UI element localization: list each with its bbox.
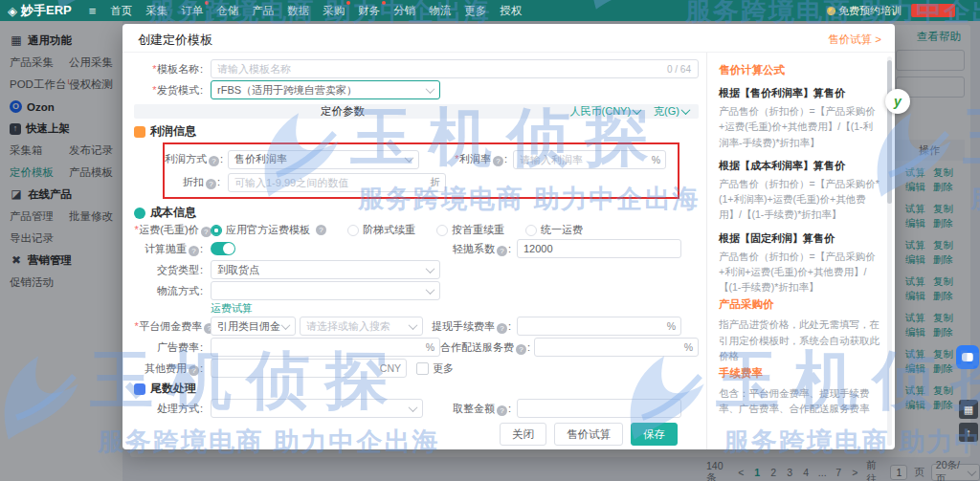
help-content: 售价计算公式根据【售价利润率】算售价产品售价（折扣价）=【产品采购价+运费(毛重… bbox=[719, 63, 880, 417]
logistics-label: 物流方式 bbox=[134, 284, 203, 298]
discount-input[interactable] bbox=[228, 173, 446, 192]
nav-item-3[interactable]: 订单 bbox=[181, 4, 203, 18]
tail-section-icon bbox=[134, 383, 145, 395]
info-icon: ? bbox=[209, 156, 219, 166]
chevron-down-icon bbox=[681, 105, 691, 115]
tail-mode-label: 处理方式 bbox=[134, 402, 203, 416]
profit-mode-label: 利润方式? bbox=[165, 152, 220, 166]
nav-item-4[interactable]: 仓储 bbox=[216, 4, 238, 18]
chevron-down-icon bbox=[426, 264, 435, 273]
info-icon: ? bbox=[516, 344, 526, 355]
scrollbar-thumb[interactable] bbox=[887, 60, 892, 204]
nav-item-6[interactable]: 数据 bbox=[287, 4, 309, 18]
delivery-type-select[interactable]: 到取货点 bbox=[211, 260, 440, 279]
profit-mode-select[interactable]: 售价利润率 bbox=[228, 150, 419, 169]
help-formula-title: 根据【成本利润率】算售价 bbox=[719, 159, 880, 173]
radio-icon bbox=[525, 225, 537, 236]
nav-item-2[interactable]: 采集 bbox=[145, 4, 167, 18]
delivery-type-row: 交货类型 到取货点 bbox=[134, 260, 699, 279]
nav-menu: 首页采集订单仓储产品数据采购财务分销物流更多授权 bbox=[103, 4, 528, 18]
help-section-body: 产品售价（折扣价）=【产品采购价+利润+运费(毛重)价+其他费用】/【(1-手续… bbox=[719, 249, 880, 295]
more-label: 更多 bbox=[433, 361, 454, 376]
brand-logo-icon: ◈ bbox=[8, 4, 17, 18]
tail-section-header: 尾数处理 bbox=[134, 381, 699, 397]
more-checkbox[interactable] bbox=[416, 362, 429, 375]
help-formula-title: 根据【售价利润率】算售价 bbox=[719, 86, 880, 100]
ad-rate-input[interactable] bbox=[211, 338, 440, 357]
chevron-down-icon bbox=[426, 285, 435, 295]
profit-rate-input[interactable] bbox=[513, 150, 666, 169]
freight-row: *运费(毛重)价? 应用官方运费模板?阶梯式续重按首重续重统一运费 bbox=[134, 223, 699, 237]
currency-select[interactable]: 人民币(CNY) bbox=[570, 104, 641, 119]
cost-section-header: 成本信息 bbox=[134, 205, 699, 221]
ship-mode-row: *发货模式 rFBS（适用于跨境自营卖家） bbox=[134, 80, 699, 99]
freight-trial-link[interactable]: 运费试算 bbox=[211, 301, 699, 316]
freight-radio-group: 应用官方运费模板?阶梯式续重按首重续重统一运费 bbox=[211, 223, 604, 237]
other-fee-input[interactable] bbox=[211, 359, 407, 378]
tail-mode-select[interactable] bbox=[211, 399, 423, 418]
throw-weight-toggle[interactable] bbox=[211, 242, 235, 255]
price-trial-header-link[interactable]: 售价试算 > bbox=[828, 33, 881, 47]
freight-option-1[interactable]: 应用官方运费模板? bbox=[211, 223, 326, 237]
info-icon: ? bbox=[493, 156, 503, 166]
light-coef-label: 轻抛系数? bbox=[423, 242, 511, 256]
ship-mode-select[interactable]: rFBS（适用于跨境自营卖家） bbox=[211, 80, 440, 99]
freight-option-2[interactable]: 阶梯式续重 bbox=[347, 223, 415, 237]
nav-item-8[interactable]: 财务 bbox=[358, 4, 380, 18]
ad-rate-label: 广告费率 bbox=[134, 340, 203, 355]
round-amount-label: 取整金额? bbox=[423, 402, 511, 416]
nav-item-9[interactable]: 分销 bbox=[393, 4, 415, 18]
nav-item-5[interactable]: 产品 bbox=[252, 4, 274, 18]
qr-widget-button[interactable]: ▦ bbox=[959, 400, 978, 419]
round-amount-input[interactable] bbox=[517, 399, 681, 418]
info-icon: ? bbox=[497, 323, 507, 334]
light-coef-input[interactable] bbox=[517, 239, 681, 258]
nav-item-1[interactable]: 首页 bbox=[110, 4, 132, 18]
help-section-body: 产品售价（折扣价）=【产品采购价*(1+利润率)+运费(毛重)价+其他费用】/【… bbox=[719, 176, 880, 223]
weight-unit-select[interactable]: 克(G) bbox=[654, 104, 689, 119]
nav-item-11[interactable]: 更多 bbox=[464, 4, 486, 18]
freight-option-3[interactable]: 按首重续重 bbox=[436, 223, 504, 237]
training-link[interactable]: 免费预约培训 bbox=[827, 4, 902, 18]
save-button[interactable]: 保存 bbox=[631, 423, 678, 446]
radio-icon bbox=[211, 225, 222, 236]
discount-label: 折扣? bbox=[165, 175, 220, 189]
profit-mode-row: 利润方式? 售价利润率 *利润率? % bbox=[165, 148, 672, 170]
nav-item-10[interactable]: 物流 bbox=[429, 4, 451, 18]
help-section-body: 指产品进货价格，此处无需填写，在引用定价模板时，系统会自动获取此价格 bbox=[719, 317, 880, 363]
throw-weight-label: 计算抛重? bbox=[134, 242, 203, 256]
assistant-widget[interactable]: y bbox=[885, 89, 910, 114]
pricing-form: *模板名称 0 / 64 *发货模式 rFBS（适用于跨境自营卖家） 定价参数 bbox=[122, 53, 706, 449]
badge-dot bbox=[382, 1, 386, 5]
logistics-row: 物流方式 bbox=[134, 281, 699, 300]
logistics-select[interactable] bbox=[211, 281, 440, 300]
commission-label: *平台佣金费率? bbox=[134, 319, 203, 334]
modal-body: *模板名称 0 / 64 *发货模式 rFBS（适用于跨境自营卖家） 定价参数 bbox=[122, 53, 895, 449]
nav-item-7[interactable]: 采购 bbox=[323, 4, 345, 18]
coop-fee-input[interactable] bbox=[534, 338, 699, 357]
info-icon: ? bbox=[201, 227, 212, 237]
modal-footer: 关闭 售价试算 保存 bbox=[134, 419, 699, 448]
withdraw-fee-input[interactable] bbox=[517, 317, 681, 336]
nav-item-12[interactable]: 授权 bbox=[500, 4, 522, 18]
freight-option-4[interactable]: 统一运费 bbox=[525, 223, 583, 237]
help-section-body: 包含：平台佣金费率、提现手续费率、广告费率、合作配送服务费率 bbox=[719, 385, 880, 417]
promo-button[interactable] bbox=[911, 4, 955, 17]
chat-widget-button[interactable] bbox=[956, 345, 979, 369]
template-name-row: *模板名称 0 / 64 bbox=[134, 59, 699, 78]
close-button[interactable]: 关闭 bbox=[500, 423, 546, 446]
create-pricing-template-modal: 创建定价模板 售价试算 > *模板名称 0 / 64 *发货模式 rFBS（适用… bbox=[122, 24, 895, 449]
template-name-input[interactable] bbox=[211, 59, 699, 78]
badge-dot bbox=[205, 1, 209, 5]
chevron-down-icon bbox=[280, 320, 290, 330]
hamburger-icon[interactable]: ≡ bbox=[81, 4, 104, 18]
tail-mode-row: 处理方式 取整金额? bbox=[134, 399, 699, 418]
topbar-right: 免费预约培训 bbox=[827, 4, 980, 18]
back-to-top-button[interactable]: ↑ bbox=[959, 423, 978, 442]
price-trial-button[interactable]: 售价试算 bbox=[554, 423, 623, 446]
commission-ref-select[interactable]: 引用类目佣金 bbox=[211, 317, 296, 336]
profit-rate-label: *利润率? bbox=[419, 152, 507, 166]
commission-category-select[interactable]: 请选择或输入搜索 bbox=[300, 317, 423, 336]
modal-header: 创建定价模板 售价试算 > bbox=[122, 24, 895, 53]
profit-section-header: 利润信息 bbox=[134, 123, 699, 140]
